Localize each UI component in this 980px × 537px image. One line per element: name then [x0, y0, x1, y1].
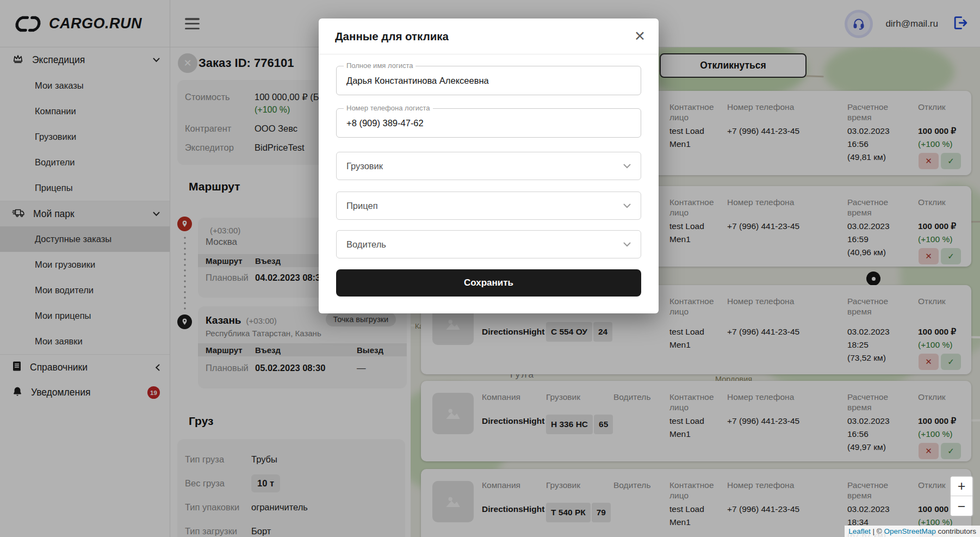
leaflet-link[interactable]: Leaflet [848, 527, 871, 535]
truck-select[interactable]: Грузовик [336, 152, 641, 180]
logist-phone-field[interactable]: Номер телефона логиста +8 (909) 389-47-6… [336, 108, 641, 138]
trailer-select[interactable]: Прицеп [336, 192, 641, 220]
logist-name-field[interactable]: Полное имя логиста Дарья Константинова А… [336, 66, 641, 95]
zoom-in-button[interactable]: + [951, 477, 972, 496]
modal-title: Данные для отклика [335, 30, 449, 43]
logist-name-value: Дарья Константинова Алексеевна [346, 76, 489, 86]
osm-link[interactable]: OpenStreetMap [884, 527, 935, 535]
driver-select[interactable]: Водитель [336, 230, 641, 258]
chevron-down-icon [623, 242, 631, 247]
trailer-select-value: Прицеп [346, 201, 378, 211]
app-window: Калужская Тула Мордовия Откликнуться Ком… [0, 0, 980, 537]
truck-select-value: Грузовик [346, 161, 383, 171]
driver-select-value: Водитель [346, 239, 386, 250]
logist-name-label: Полное имя логиста [344, 61, 415, 70]
logist-phone-label: Номер телефона логиста [344, 104, 433, 112]
chevron-down-icon [623, 203, 631, 208]
response-data-modal: Данные для отклика ✕ Полное имя логиста … [319, 18, 659, 313]
map-attribution: Leaflet | © OpenStreetMap contributors [845, 526, 980, 537]
logist-phone-value: +8 (909) 389-47-62 [346, 118, 424, 128]
zoom-out-button[interactable]: − [951, 496, 972, 516]
chevron-down-icon [623, 164, 631, 169]
save-button[interactable]: Сохранить [336, 269, 641, 297]
map-zoom-control: + − [950, 476, 973, 517]
close-modal-button[interactable]: ✕ [634, 29, 646, 43]
